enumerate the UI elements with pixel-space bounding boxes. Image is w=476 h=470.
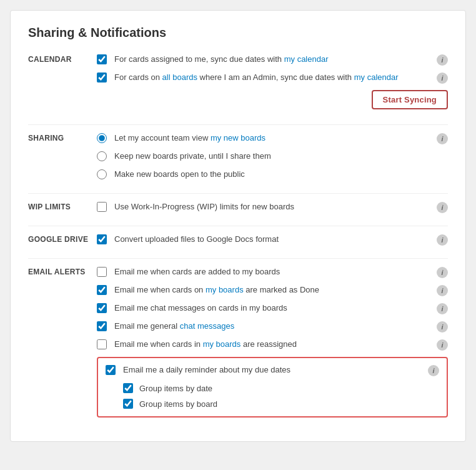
start-syncing-button[interactable]: Start Syncing [372,90,448,109]
ea6a-checkbox-wrap[interactable] [123,383,134,394]
ea6-checkbox[interactable] [106,365,116,375]
cal1-checkbox[interactable] [97,54,107,64]
sharing-option-3: Make new boards open to the public [97,169,448,181]
start-sync-row: Start Syncing [97,90,448,109]
calendar-option-1: For cards assigned to me, sync due dates… [97,54,448,66]
gd1-checkbox-wrap[interactable] [97,234,108,246]
cal2-info-icon[interactable]: i [437,72,448,84]
gdrive-content: Convert uploaded files to Google Docs fo… [97,234,448,252]
sh1-radio-wrap[interactable] [97,133,108,144]
ea2-checkbox-wrap[interactable] [97,285,108,296]
ea1-checkbox-wrap[interactable] [97,267,108,278]
ea1-info-icon[interactable]: i [437,267,448,278]
wip-label: WIP LIMITS [28,201,97,211]
calendar-section: CALENDAR For cards assigned to me, sync … [28,54,448,118]
ea3-info-icon[interactable]: i [437,303,448,314]
sh1-radio[interactable] [97,133,107,143]
ea4-text: Email me general chat messages [114,321,430,332]
sh3-text: Make new boards open to the public [114,169,448,180]
cal1-checkbox-wrap[interactable] [97,54,108,66]
ea6b-checkbox-wrap[interactable] [123,399,134,410]
ea2-option: Email me when cards on my boards are mar… [97,284,448,296]
gd1-info-icon[interactable]: i [437,234,448,246]
email-alerts-content: Email me when cards are added to my boar… [97,266,448,418]
wip1-checkbox[interactable] [97,202,107,212]
ea6-checkbox-wrap[interactable] [106,365,117,376]
ea2-checkbox[interactable] [97,285,107,295]
ea4-option: Email me general chat messages i [97,321,448,332]
ea1-option: Email me when cards are added to my boar… [97,266,448,278]
daily-reminder-box: Email me a daily reminder about my due d… [97,357,448,418]
ea5-checkbox-wrap[interactable] [97,339,108,351]
wip1-info-icon[interactable]: i [437,202,448,213]
calendar-content: For cards assigned to me, sync due dates… [97,54,448,118]
divider-2 [28,193,448,194]
ea6b-suboption: Group items by board [123,398,439,410]
gd1-checkbox[interactable] [97,234,107,244]
ea3-text: Email me chat messages on cards in my bo… [114,302,430,314]
ea3-checkbox[interactable] [97,303,107,313]
ea5-text: Email me when cards in my boards are rea… [114,339,430,350]
calendar-label: CALENDAR [28,54,97,64]
ea6b-checkbox[interactable] [123,399,133,409]
sh1-info-icon[interactable]: i [437,133,448,144]
gdrive-label: GOOGLE DRIVE [28,234,97,244]
cal2-text: For cards on all boards where I am an Ad… [114,72,430,83]
ea6-info-icon[interactable]: i [428,365,439,376]
sh2-radio-wrap[interactable] [97,151,108,162]
ea6-option: Email me a daily reminder about my due d… [106,364,439,376]
cal1-info-icon[interactable]: i [437,54,448,66]
ea5-info-icon[interactable]: i [437,339,448,351]
sharing-option-2: Keep new boards private, until I share t… [97,151,448,162]
ea2-text: Email me when cards on my boards are mar… [114,284,430,296]
sh2-radio[interactable] [97,151,107,161]
ea6-text: Email me a daily reminder about my due d… [123,364,422,376]
sharing-label: SHARING [28,132,97,142]
email-alerts-label: EMAIL ALERTS [28,266,97,276]
divider-3 [28,226,448,226]
ea5-option: Email me when cards in my boards are rea… [97,339,448,351]
divider-4 [28,258,448,259]
cal2-checkbox[interactable] [97,72,107,82]
ea1-checkbox[interactable] [97,267,107,277]
sh3-radio[interactable] [97,169,107,179]
wip1-text: Use Work-In-Progress (WIP) limits for ne… [114,201,430,212]
email-alerts-section: EMAIL ALERTS Email me when cards are add… [28,266,448,418]
sharing-content: Let my account team view my new boards i… [97,132,448,187]
wip1-checkbox-wrap[interactable] [97,202,108,213]
ea6a-suboption: Group items by date [123,382,439,394]
ea2-info-icon[interactable]: i [437,285,448,296]
cal2-checkbox-wrap[interactable] [97,72,108,84]
ea6a-text: Group items by date [139,384,212,393]
ea5-checkbox[interactable] [97,339,107,349]
sh2-text: Keep new boards private, until I share t… [114,151,448,162]
gd1-text: Convert uploaded files to Google Docs fo… [114,234,430,245]
sharing-option-1: Let my account team view my new boards i [97,132,448,144]
ea6b-text: Group items by board [139,399,217,409]
ea4-checkbox[interactable] [97,321,107,331]
wip-content: Use Work-In-Progress (WIP) limits for ne… [97,201,448,219]
ea3-checkbox-wrap[interactable] [97,303,108,314]
divider-1 [28,124,448,125]
sh3-radio-wrap[interactable] [97,169,108,181]
gdrive-option-1: Convert uploaded files to Google Docs fo… [97,234,448,246]
sh1-text: Let my account team view my new boards [114,132,430,144]
ea6a-checkbox[interactable] [123,383,133,393]
settings-panel: Sharing & Notifications CALENDAR For car… [10,10,466,442]
ea3-option: Email me chat messages on cards in my bo… [97,302,448,314]
page-title: Sharing & Notifications [28,26,448,40]
calendar-option-2: For cards on all boards where I am an Ad… [97,72,448,84]
wip-section: WIP LIMITS Use Work-In-Progress (WIP) li… [28,201,448,219]
gdrive-section: GOOGLE DRIVE Convert uploaded files to G… [28,234,448,252]
cal1-text: For cards assigned to me, sync due dates… [114,54,430,65]
wip-option-1: Use Work-In-Progress (WIP) limits for ne… [97,201,448,213]
sharing-section: SHARING Let my account team view my new … [28,132,448,187]
ea1-text: Email me when cards are added to my boar… [114,266,430,278]
ea4-info-icon[interactable]: i [437,321,448,332]
ea4-checkbox-wrap[interactable] [97,321,108,332]
